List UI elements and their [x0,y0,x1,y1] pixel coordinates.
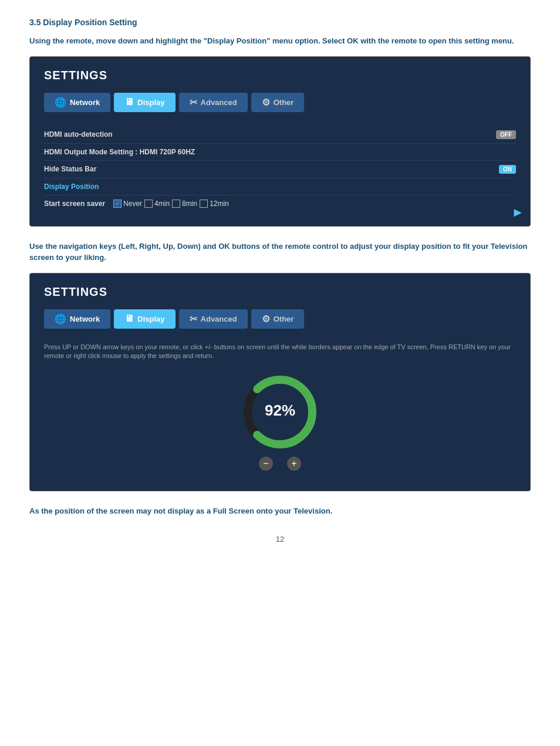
advanced-icon-2: ✂ [190,313,197,325]
network-icon-2: 🌐 [55,313,66,325]
tab-advanced-2[interactable]: ✂ Advanced [179,309,248,329]
tab-network-label-2: Network [70,315,100,323]
gauge-plus-btn[interactable]: + [287,457,301,471]
network-icon-1: 🌐 [55,97,66,108]
footer-text: As the position of the screen may not di… [29,505,531,517]
nav-text: Use the navigation keys (Left, Right, Up… [29,241,531,264]
screensaver-label: Start screen saver [44,200,105,208]
settings-box-1: SETTINGS 🌐 Network 🖥 Display ✂ Advanced … [29,56,531,227]
tabs-row-1: 🌐 Network 🖥 Display ✂ Advanced ⚙ Other [44,93,516,112]
tabs-row-2: 🌐 Network 🖥 Display ✂ Advanced ⚙ Other [44,309,516,329]
intro-text: Using the remote, move down and highligh… [29,35,531,47]
tab-other-2[interactable]: ⚙ Other [251,309,305,329]
tab-other-label-2: Other [274,315,294,323]
tab-other-1[interactable]: ⚙ Other [251,93,305,112]
never-label: Never [123,200,142,208]
never-checkbox: ✓ [113,200,122,208]
gauge-minus-btn[interactable]: − [259,457,273,471]
settings-title-1: SETTINGS [44,69,516,82]
gauge-percent: 92% [265,401,295,420]
gauge-container: 92% − + [44,371,516,471]
hide-status-label: Hide Status Bar [44,165,96,173]
screensaver-4min[interactable]: 4min [144,200,170,208]
hdmi-auto-label: HDMI auto-detection [44,130,113,139]
hdmi-auto-toggle[interactable]: OFF [496,130,516,139]
tab-network-2[interactable]: 🌐 Network [44,309,110,329]
tab-network-label-1: Network [70,98,100,107]
display-pos-instruction: Press UP or DOWN arrow keys on your remo… [44,343,516,361]
page-number: 12 [29,535,531,544]
display-icon-1: 🖥 [124,97,134,107]
gauge-wrapper: 92% [239,371,321,453]
settings-title-2: SETTINGS [44,285,516,299]
tab-advanced-label-2: Advanced [201,315,237,323]
4min-label: 4min [154,200,170,208]
settings-content-1: HDMI auto-detection OFF HDMI Output Mode… [44,124,516,214]
hdmi-auto-row: HDMI auto-detection OFF [44,126,516,144]
display-icon-2: 🖥 [124,313,134,324]
screensaver-8min[interactable]: 8min [172,200,197,208]
tab-advanced-label-1: Advanced [201,98,237,107]
display-pos-content: Press UP or DOWN arrow keys on your remo… [44,340,516,480]
8min-label: 8min [182,200,197,208]
4min-checkbox [144,200,153,208]
arrow-icon-1: ► [511,205,524,220]
hide-status-row: Hide Status Bar ON [44,161,516,178]
tab-advanced-1[interactable]: ✂ Advanced [179,93,248,112]
tab-other-label-1: Other [274,98,294,107]
hdmi-output-label: HDMI Output Mode Setting : HDMI 720P 60H… [44,148,195,156]
tab-display-2[interactable]: 🖥 Display [114,309,175,329]
other-icon-2: ⚙ [262,313,270,325]
screensaver-12min[interactable]: 12min [200,200,229,208]
other-icon-1: ⚙ [262,97,270,108]
display-pos-row: Display Position [44,178,516,195]
tab-display-label-2: Display [137,315,164,323]
section-title: 3.5 Display Position Setting [29,18,531,27]
tab-network-1[interactable]: 🌐 Network [44,93,110,112]
8min-checkbox [172,200,180,208]
hide-status-toggle[interactable]: ON [499,165,516,174]
advanced-icon-1: ✂ [190,97,197,108]
screensaver-row: Start screen saver ✓ Never 4min 8min 12m… [44,195,516,212]
screensaver-options: ✓ Never 4min 8min 12min [113,200,229,208]
tab-display-label-1: Display [137,98,164,107]
12min-label: 12min [210,200,229,208]
12min-checkbox [200,200,208,208]
tab-display-1[interactable]: 🖥 Display [114,93,175,112]
gauge-controls: − + [259,457,301,471]
hdmi-output-row: HDMI Output Mode Setting : HDMI 720P 60H… [44,144,516,161]
screensaver-never[interactable]: ✓ Never [113,200,142,208]
settings-box-2: SETTINGS 🌐 Network 🖥 Display ✂ Advanced … [29,273,531,492]
display-pos-label: Display Position [44,183,99,191]
